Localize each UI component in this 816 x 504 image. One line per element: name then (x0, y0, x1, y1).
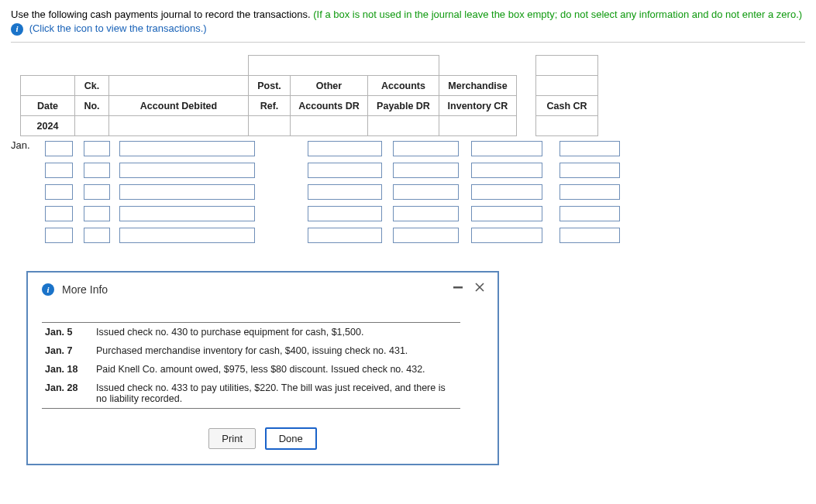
account-input[interactable] (119, 184, 255, 200)
print-button[interactable]: Print (208, 428, 256, 449)
instruction-link[interactable]: (Click the icon to view the transactions… (29, 22, 207, 34)
hdr-inv2: Inventory CR (439, 96, 517, 116)
other-dr-input[interactable] (308, 206, 382, 221)
journal-page: Page 8 (536, 56, 598, 76)
inv-cr-input[interactable] (471, 184, 542, 200)
transaction-row: Jan. 5Issued check no. 430 to purchase e… (42, 323, 460, 342)
transactions-table: Jan. 5Issued check no. 430 to purchase e… (42, 322, 460, 409)
hdr-ck2: No. (75, 96, 109, 116)
transaction-row: Jan. 18Paid Knell Co. amount owed, $975,… (42, 360, 460, 379)
transaction-text: Paid Knell Co. amount owed, $975, less $… (93, 360, 460, 379)
ap-dr-input[interactable] (393, 206, 459, 221)
other-dr-input[interactable] (308, 163, 382, 178)
transaction-row: Jan. 28Issued check no. 433 to pay utili… (42, 379, 460, 409)
ckno-input[interactable] (84, 163, 110, 178)
date-input[interactable] (45, 141, 73, 156)
hdr-post1: Post. (249, 76, 291, 96)
modal-title: More Info (62, 283, 108, 296)
hdr-cash: Cash CR (536, 96, 598, 116)
transaction-date: Jan. 7 (42, 341, 93, 360)
inv-cr-input[interactable] (471, 163, 542, 178)
inv-cr-input[interactable] (471, 228, 542, 243)
ap-dr-input[interactable] (393, 228, 459, 243)
transaction-text: Purchased merchandise inventory for cash… (93, 341, 460, 360)
inv-cr-input[interactable] (471, 141, 542, 156)
transaction-date: Jan. 5 (42, 323, 93, 342)
hdr-date: Date (21, 96, 75, 116)
other-dr-input[interactable] (308, 228, 382, 243)
ckno-input[interactable] (84, 228, 110, 243)
transaction-text: Issued check no. 433 to pay utilities, $… (93, 379, 460, 409)
month-label: Jan. (11, 136, 37, 151)
hdr-other1: Other (291, 76, 368, 96)
cash-cr-input[interactable] (559, 163, 620, 178)
account-input[interactable] (119, 141, 255, 156)
minimize-icon[interactable] (451, 280, 465, 294)
transaction-row: Jan. 7Purchased merchandise inventory fo… (42, 341, 460, 360)
ckno-input[interactable] (84, 141, 110, 156)
hdr-ap2: Payable DR (368, 96, 439, 116)
hdr-inv1: Merchandise (439, 76, 517, 96)
cash-cr-input[interactable] (559, 141, 620, 156)
cash-cr-input[interactable] (559, 206, 620, 221)
instruction-main: Use the following cash payments journal … (11, 9, 311, 20)
account-input[interactable] (119, 228, 255, 243)
other-dr-input[interactable] (308, 141, 382, 156)
date-input[interactable] (45, 163, 73, 178)
date-input[interactable] (45, 206, 73, 221)
divider (11, 42, 805, 43)
hdr-post2: Ref. (249, 96, 291, 116)
journal-title: Cash Payments Journal (249, 56, 439, 76)
other-dr-input[interactable] (308, 184, 382, 200)
account-input[interactable] (119, 163, 255, 178)
hdr-acct: Account Debited (109, 96, 249, 116)
transaction-date: Jan. 28 (42, 379, 93, 409)
inv-cr-input[interactable] (471, 206, 542, 221)
transaction-text: Issued check no. 430 to purchase equipme… (93, 323, 460, 342)
date-input[interactable] (45, 228, 73, 243)
date-input[interactable] (45, 184, 73, 200)
ckno-input[interactable] (84, 206, 110, 221)
hdr-ap1: Accounts (368, 76, 439, 96)
close-icon[interactable] (473, 280, 487, 294)
ap-dr-input[interactable] (393, 184, 459, 200)
cash-cr-input[interactable] (559, 184, 620, 200)
instruction-note: (If a box is not used in the journal lea… (313, 9, 802, 20)
cash-payments-journal: Cash Payments Journal Page 8 Ck. Post. O… (11, 55, 598, 136)
ap-dr-input[interactable] (393, 141, 459, 156)
ckno-input[interactable] (84, 184, 110, 200)
done-button[interactable]: Done (265, 427, 317, 450)
info-icon: i (42, 283, 54, 296)
instructions-block: Use the following cash payments journal … (11, 8, 805, 36)
more-info-modal: i More Info Jan. 5Issued check no. 430 t… (26, 271, 499, 465)
year-cell: 2024 (21, 116, 75, 136)
cash-cr-input[interactable] (559, 228, 620, 243)
account-input[interactable] (119, 206, 255, 221)
hdr-other2: Accounts DR (291, 96, 368, 116)
ap-dr-input[interactable] (393, 163, 459, 178)
svg-rect-0 (453, 286, 463, 289)
info-icon[interactable]: i (11, 23, 23, 36)
transaction-date: Jan. 18 (42, 360, 93, 379)
hdr-ck1: Ck. (75, 76, 109, 96)
